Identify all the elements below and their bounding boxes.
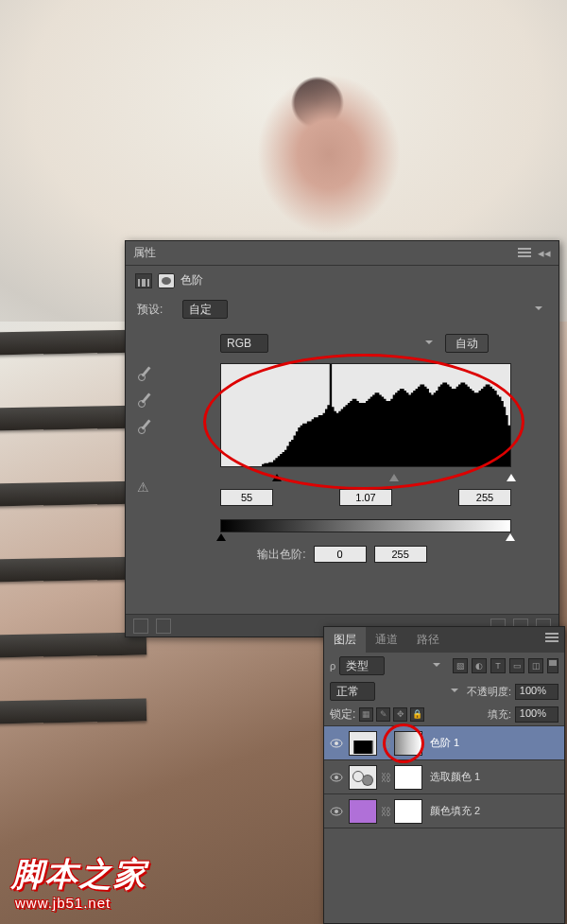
- warning-icon[interactable]: ⚠: [137, 479, 149, 495]
- clip-to-layer-icon[interactable]: [133, 619, 148, 634]
- layer-row-color-fill[interactable]: ⛓ 颜色填充 2: [324, 794, 564, 828]
- lock-row: 锁定: ▦ ✎ ✥ 🔒 填充: 100%: [324, 704, 564, 725]
- adjustment-header: 色阶: [126, 266, 558, 295]
- filter-adjust-icon[interactable]: ◐: [472, 658, 487, 673]
- svg-point-3: [335, 776, 338, 779]
- shadow-slider[interactable]: [272, 469, 282, 481]
- input-shadow-field[interactable]: [220, 489, 273, 506]
- link-icon[interactable]: ⛓: [381, 772, 390, 783]
- adjustment-type-label: 色阶: [180, 272, 203, 288]
- eyedropper-tools: [137, 364, 154, 434]
- layer-mask-thumb[interactable]: [394, 731, 422, 756]
- layer-thumb-levels: [349, 731, 377, 756]
- tab-layers[interactable]: 图层: [324, 627, 366, 653]
- lock-pixels-icon[interactable]: ✎: [376, 707, 390, 722]
- levels-icon: [135, 273, 152, 288]
- panel-header: 属性 ◂◂: [126, 241, 558, 266]
- histogram-chart: [220, 363, 511, 467]
- filter-type-icon[interactable]: T: [490, 658, 506, 673]
- eyedropper-white-icon[interactable]: [137, 417, 154, 434]
- highlight-slider[interactable]: [507, 469, 516, 481]
- layers-panel: 图层 通道 路径 ρ 类型 ▧ ◐ T ▭ ◫ 正常 不透明度: 100% 锁定…: [323, 626, 565, 924]
- layer-mask-thumb[interactable]: [394, 765, 422, 790]
- lock-position-icon[interactable]: ✥: [393, 707, 407, 722]
- filter-pixel-icon[interactable]: ▧: [453, 658, 468, 673]
- layer-row-selective-color[interactable]: ⛓ 选取颜色 1: [324, 760, 564, 794]
- output-low-slider[interactable]: [216, 529, 226, 541]
- blend-mode-select[interactable]: 正常: [330, 682, 375, 701]
- output-high-field[interactable]: [374, 546, 427, 563]
- layers-tabs: 图层 通道 路径: [324, 627, 564, 653]
- lock-label: 锁定:: [330, 706, 355, 723]
- histogram-area: [220, 363, 511, 481]
- fill-input[interactable]: 100%: [515, 706, 558, 723]
- midtone-slider[interactable]: [389, 469, 399, 481]
- layer-name[interactable]: 色阶 1: [430, 736, 459, 750]
- eye-icon[interactable]: [328, 803, 345, 820]
- opacity-label: 不透明度:: [467, 685, 511, 699]
- layer-name[interactable]: 选取颜色 1: [430, 770, 480, 784]
- input-highlight-field[interactable]: [458, 489, 511, 506]
- opacity-input[interactable]: 100%: [515, 684, 558, 700]
- watermark-url: www.jb51.net: [11, 895, 147, 911]
- fence-decoration: [0, 293, 137, 728]
- eye-icon[interactable]: [328, 769, 345, 786]
- svg-point-5: [335, 810, 338, 813]
- layers-menu-icon[interactable]: [545, 633, 558, 642]
- kind-filter-select[interactable]: 类型: [339, 656, 385, 675]
- input-sliders: [220, 469, 511, 481]
- eyedropper-black-icon[interactable]: [137, 364, 154, 381]
- channel-select[interactable]: RGB: [220, 334, 268, 353]
- filter-toggle[interactable]: [547, 658, 558, 673]
- layer-thumb-selective: [349, 765, 377, 790]
- output-label: 输出色阶:: [257, 547, 305, 563]
- fill-label: 填充:: [488, 707, 511, 722]
- watermark: 脚本之家 www.jb51.net: [11, 853, 147, 911]
- input-midtone-field[interactable]: [339, 489, 392, 506]
- layers-filter-bar: ρ 类型 ▧ ◐ T ▭ ◫: [324, 653, 564, 679]
- tab-paths[interactable]: 路径: [407, 627, 449, 653]
- blend-mode-row: 正常 不透明度: 100%: [324, 679, 564, 704]
- eye-icon[interactable]: [328, 735, 345, 752]
- link-icon[interactable]: ⛓: [381, 806, 390, 817]
- tab-channels[interactable]: 通道: [366, 627, 407, 653]
- layer-mask-thumb[interactable]: [394, 799, 422, 824]
- panel-title: 属性: [133, 245, 156, 261]
- lock-all-icon[interactable]: 🔒: [410, 707, 424, 722]
- view-previous-icon[interactable]: [156, 619, 171, 634]
- lock-transparency-icon[interactable]: ▦: [359, 707, 373, 722]
- output-high-slider[interactable]: [506, 529, 515, 541]
- panel-close-icon[interactable]: ◂◂: [538, 246, 551, 260]
- output-low-field[interactable]: [314, 546, 367, 563]
- auto-button[interactable]: 自动: [445, 334, 489, 353]
- properties-panel: 属性 ◂◂ 色阶 预设: 自定 RGB 自动 ⚠: [125, 240, 559, 637]
- layer-thumb-fill: [349, 799, 377, 824]
- eyedropper-gray-icon[interactable]: [137, 391, 154, 408]
- preset-select[interactable]: 自定: [182, 300, 228, 319]
- panel-menu-icon[interactable]: [518, 248, 531, 257]
- filter-shape-icon[interactable]: ▭: [509, 658, 524, 673]
- layer-list: ⛓ 色阶 1 ⛓ 选取颜色 1 ⛓ 颜色填充 2: [324, 725, 564, 828]
- mask-icon[interactable]: [158, 273, 175, 288]
- layer-name[interactable]: 颜色填充 2: [430, 804, 480, 818]
- link-icon[interactable]: ⛓: [381, 738, 390, 749]
- preset-label: 预设:: [137, 302, 175, 318]
- layer-row-levels[interactable]: ⛓ 色阶 1: [324, 726, 564, 760]
- output-gradient: [220, 519, 511, 532]
- filter-smart-icon[interactable]: ◫: [528, 658, 543, 673]
- svg-point-1: [335, 741, 338, 745]
- watermark-title: 脚本之家: [11, 853, 147, 897]
